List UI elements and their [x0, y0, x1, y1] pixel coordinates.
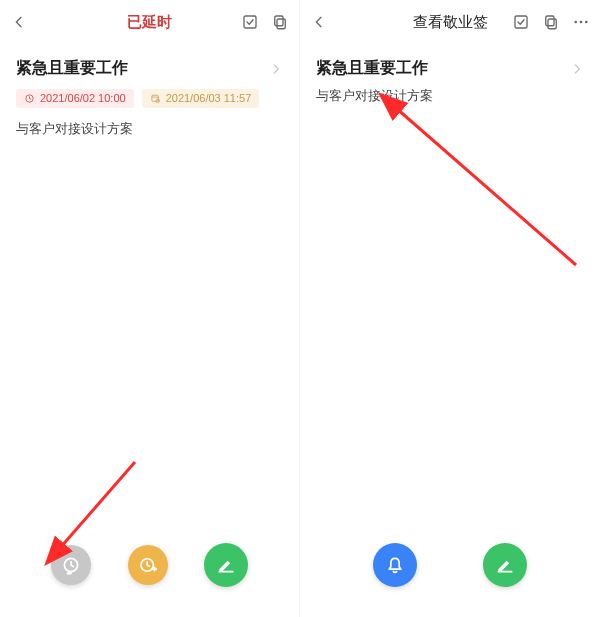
section-title: 紧急且重要工作	[16, 58, 128, 79]
badge-due-time[interactable]: 2021/06/02 10:00	[16, 89, 134, 108]
calendar-clock-icon	[150, 93, 161, 104]
section-row[interactable]: 紧急且重要工作	[316, 52, 584, 79]
more-button[interactable]	[572, 13, 590, 31]
fab-history[interactable]	[51, 545, 91, 585]
select-button[interactable]	[241, 13, 259, 31]
checkbox-icon	[512, 13, 530, 31]
header-left: 已延时	[0, 0, 299, 44]
screen-view-note: 查看敬业签 紧急且重要工作 与客户对接设计方案	[300, 0, 600, 617]
section-title: 紧急且重要工作	[316, 58, 428, 79]
clock-add-icon	[138, 555, 158, 575]
edit-icon	[216, 555, 236, 575]
chevron-right-icon	[269, 62, 283, 76]
chevron-left-icon	[311, 14, 327, 30]
bell-icon	[385, 555, 405, 575]
badge-due-label: 2021/06/02 10:00	[40, 93, 126, 104]
note-text: 与客户对接设计方案	[16, 120, 283, 138]
fab-clock-add[interactable]	[128, 545, 168, 585]
header-right: 查看敬业签	[300, 0, 600, 44]
badges: 2021/06/02 10:00 2021/06/03 11:57	[16, 89, 283, 108]
content-left: 紧急且重要工作 2021/06/02 10:00 2021/06/03 11:	[0, 44, 299, 138]
checkbox-icon	[241, 13, 259, 31]
back-button[interactable]	[10, 13, 28, 31]
fab-edit[interactable]	[204, 543, 248, 587]
badge-snooze-time[interactable]: 2021/06/03 11:57	[142, 89, 260, 108]
content-right: 紧急且重要工作 与客户对接设计方案	[300, 44, 600, 105]
back-button[interactable]	[310, 13, 328, 31]
clock-icon	[24, 93, 35, 104]
chevron-left-icon	[11, 14, 27, 30]
section-row[interactable]: 紧急且重要工作	[16, 52, 283, 79]
section-expand[interactable]	[269, 62, 283, 76]
note-text: 与客户对接设计方案	[316, 87, 584, 105]
screen-delayed: 已延时 紧急且重要工作	[0, 0, 300, 617]
fab-edit[interactable]	[483, 543, 527, 587]
page-title: 已延时	[127, 13, 172, 32]
badge-snooze-label: 2021/06/03 11:57	[166, 93, 252, 104]
clock-history-icon	[61, 555, 81, 575]
page-title: 查看敬业签	[413, 13, 488, 32]
fab-row-right	[300, 543, 600, 587]
fab-notification[interactable]	[373, 543, 417, 587]
copy-button[interactable]	[542, 13, 560, 31]
select-button[interactable]	[512, 13, 530, 31]
fab-row-left	[0, 543, 299, 587]
section-expand[interactable]	[570, 62, 584, 76]
chevron-right-icon	[570, 62, 584, 76]
copy-icon	[542, 13, 560, 31]
more-icon	[572, 13, 590, 31]
copy-button[interactable]	[271, 13, 289, 31]
copy-icon	[271, 13, 289, 31]
edit-icon	[495, 555, 515, 575]
